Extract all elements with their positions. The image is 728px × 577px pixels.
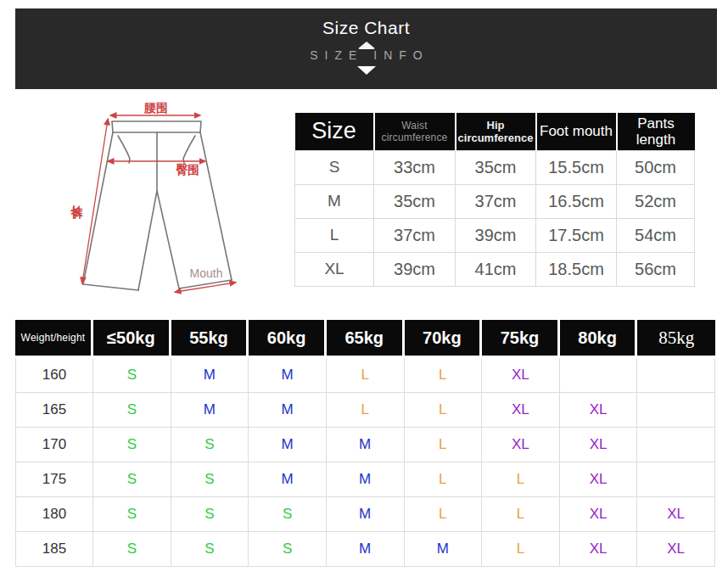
size-info-label: SIZE INFO — [303, 48, 428, 62]
page-title: Size Chart — [15, 18, 717, 38]
measurement-cell: 15.5cm — [536, 150, 617, 184]
recommended-size-cell: L — [405, 358, 483, 393]
banner: Size Chart SIZE INFO — [15, 8, 717, 89]
measurement-cell: 37cm — [374, 218, 456, 252]
pants-measurement-diagram: 腰围 臀围 裤长 Mouth — [49, 96, 290, 303]
size-cell: S — [295, 150, 374, 184]
fit-table-row: 185SSSMMLXLXL — [15, 532, 715, 567]
size-table-body: S33cm35cm15.5cm50cmM35cm37cm16.5cm52cmL3… — [295, 150, 695, 286]
recommended-size-cell: L — [405, 462, 483, 497]
recommended-size-cell: L — [405, 428, 483, 462]
recommended-size-cell: XL — [637, 532, 715, 567]
size-table-col-header: Size — [295, 113, 374, 150]
size-info-badge: SIZE INFO — [15, 48, 717, 81]
recommended-size-cell: S — [93, 358, 171, 393]
height-cell: 180 — [15, 497, 93, 532]
size-cell: XL — [295, 252, 374, 286]
fit-table-corner-header: Weight/height — [15, 320, 93, 358]
recommended-size-cell: S — [171, 462, 249, 497]
fit-table-row: 165SMMLLXLXL — [15, 393, 715, 428]
recommended-size-cell: S — [249, 497, 327, 532]
recommended-size-cell: S — [249, 532, 327, 567]
measurement-cell: 41cm — [456, 252, 536, 286]
fit-table-weight-header: ≤50kg — [93, 320, 171, 358]
size-table-col-header: Hip circumference — [456, 113, 536, 150]
measurement-cell: 39cm — [374, 252, 456, 286]
size-table-col-header: Pants length — [617, 113, 695, 150]
recommended-size-cell: S — [171, 428, 249, 462]
measurement-cell: 35cm — [374, 184, 456, 218]
recommended-size-cell: M — [405, 532, 483, 567]
fit-table-weight-header: 70kg — [405, 320, 483, 358]
measurement-cell: 39cm — [456, 218, 536, 252]
recommended-size-cell: S — [93, 497, 171, 532]
height-cell: 175 — [15, 462, 93, 497]
recommended-size-cell: XL — [560, 462, 638, 497]
recommended-size-cell: M — [249, 428, 327, 462]
fit-table-row: 160SMMLLXL — [15, 358, 715, 393]
recommended-size-cell: XL — [482, 358, 560, 393]
recommended-size-cell: M — [249, 462, 327, 497]
recommended-size-cell: XL — [560, 497, 638, 532]
waist-label: 腰围 — [143, 101, 168, 115]
height-cell: 185 — [15, 532, 93, 567]
measurement-cell: 56cm — [617, 252, 695, 286]
recommended-size-cell: M — [171, 358, 249, 393]
recommended-size-cell: M — [249, 358, 327, 393]
height-cell: 160 — [15, 358, 93, 393]
mouth-label: Mouth — [190, 266, 223, 280]
measurement-cell: 54cm — [617, 218, 695, 252]
fit-table-header: Weight/height≤50kg55kg60kg65kg70kg75kg80… — [15, 320, 715, 358]
recommended-size-cell: M — [327, 532, 405, 567]
measurement-cell: 33cm — [374, 150, 456, 184]
length-label: 裤长 — [70, 205, 83, 219]
measurement-cell: 35cm — [456, 150, 536, 184]
measurement-cell: 17.5cm — [536, 218, 617, 252]
recommended-size-cell: L — [405, 497, 483, 532]
fit-table: Weight/height≤50kg55kg60kg65kg70kg75kg80… — [15, 320, 715, 567]
pants-sketch: 腰围 臀围 裤长 Mouth — [49, 96, 290, 303]
hip-label: 臀围 — [175, 163, 199, 176]
recommended-size-cell: L — [327, 393, 405, 428]
pants-outline — [83, 121, 232, 290]
recommended-size-cell — [637, 462, 715, 497]
size-cell: L — [295, 218, 374, 252]
fit-table-weight-header: 55kg — [171, 320, 249, 358]
recommended-size-cell: XL — [560, 428, 638, 462]
fit-table-row: 175SSMMLLXL — [15, 462, 715, 497]
recommended-size-cell — [637, 428, 715, 462]
fit-table-body: 160SMMLLXL165SMMLLXLXL170SSMMLXLXL175SSM… — [15, 358, 715, 567]
diamond-bottom-icon — [357, 66, 376, 75]
fit-table-row: 180SSSMLLXLXL — [15, 497, 715, 532]
recommended-size-cell: L — [327, 358, 405, 393]
recommended-size-cell: S — [93, 532, 171, 567]
recommended-size-cell: M — [327, 462, 405, 497]
fit-table-weight-header: 60kg — [249, 320, 327, 358]
size-table-header: SizeWaist circumferenceHip circumference… — [295, 113, 695, 150]
recommended-size-cell: M — [171, 393, 249, 428]
size-table-row: L37cm39cm17.5cm54cm — [295, 218, 695, 252]
fit-table-weight-header: 75kg — [482, 320, 560, 358]
recommended-size-cell: S — [93, 393, 171, 428]
recommended-size-cell: XL — [482, 393, 560, 428]
recommended-size-cell: XL — [482, 428, 560, 462]
size-table-row: XL39cm41cm18.5cm56cm — [295, 252, 695, 286]
recommended-size-cell: S — [171, 497, 249, 532]
measurement-cell: 16.5cm — [536, 184, 617, 218]
measurement-cell: 52cm — [617, 184, 695, 218]
measurement-cell: 50cm — [617, 150, 695, 184]
fit-table-weight-header: 65kg — [327, 320, 405, 358]
recommended-size-cell — [560, 358, 638, 393]
recommended-size-cell: M — [249, 393, 327, 428]
recommended-size-cell: S — [171, 532, 249, 567]
measurement-cell: 37cm — [456, 184, 536, 218]
recommended-size-cell: M — [327, 497, 405, 532]
recommended-size-cell — [637, 358, 715, 393]
size-table: SizeWaist circumferenceHip circumference… — [294, 113, 695, 287]
size-table-row: M35cm37cm16.5cm52cm — [295, 184, 695, 218]
recommended-size-cell: M — [327, 428, 405, 462]
recommended-size-cell: L — [482, 462, 560, 497]
recommended-size-cell: L — [482, 532, 560, 567]
measurement-cell: 18.5cm — [536, 252, 617, 286]
size-cell: M — [295, 184, 374, 218]
